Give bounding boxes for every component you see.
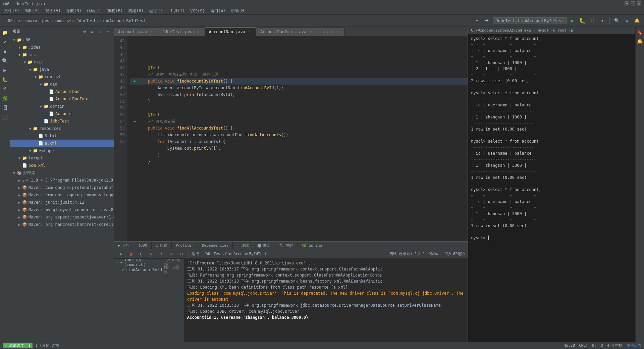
run-icon-side[interactable]: ▶ [1,66,9,74]
coverage-button[interactable]: 🛡 [588,16,597,25]
bottom-tab-todo[interactable]: TODO [134,242,152,249]
run-gutter-icon[interactable]: ▶ [134,78,136,85]
bottom-tab-breakpoints[interactable]: ⬤ 断点 [253,242,275,249]
commit-icon[interactable]: ✔ [1,38,9,46]
filter-btn[interactable]: ▽ [147,250,156,258]
maven-icon[interactable]: M [1,85,9,93]
stop-btn[interactable]: ■ [127,250,136,258]
tab-close-accountdaoimpl[interactable]: × [308,30,313,34]
tree-item-3[interactable]: ▼📁main [10,58,114,66]
spring-icon[interactable]: 🌿 [1,94,9,103]
menu-build[interactable]: 构建(B) [125,7,146,15]
collapse-btn2[interactable]: ⊟ [177,250,186,258]
menu-help[interactable]: 帮助(H) [228,7,249,15]
bookmark-icon[interactable]: 🔖 [636,28,644,37]
settings-button[interactable]: ⚙ [623,16,631,25]
run-config-name[interactable]: JdbcTest.findAccountByIdTest [493,17,567,24]
terminal-icon[interactable]: ⬛ [1,113,9,121]
run-gutter-icon[interactable]: ▶ [134,118,136,125]
tree-item-5[interactable]: ▼📁com.gzh [10,73,114,81]
breadcrumb-src[interactable]: src [16,18,24,23]
panel-scroll-btn[interactable]: ◎ [97,28,103,35]
close-button[interactable]: ✕ [637,1,641,6]
tree-item-11[interactable]: 📄JdbcTest [10,117,114,125]
tab-account-java[interactable]: Account.java × [114,27,158,36]
breadcrumb-gzh[interactable]: gzh [65,18,73,23]
tree-item-7[interactable]: 📄AccountDao [10,88,114,95]
tab-close-axml[interactable]: × [335,30,340,34]
breadcrumb-method[interactable]: findAccountByIdTest [100,18,146,23]
tree-item-13[interactable]: 📄6.txt [10,132,114,140]
tab-axml[interactable]: a.xml × [317,27,344,36]
breadcrumb-jdbctest[interactable]: JdbcTest [76,18,96,23]
breadcrumb-com[interactable]: com [54,18,62,23]
menu-file[interactable]: 文件(F) [1,7,22,15]
database-icon[interactable]: 🗄 [1,103,9,112]
menu-edit[interactable]: 编辑(E) [22,7,43,15]
breadcrumb-java[interactable]: java [41,18,51,23]
tab-close-accountdao[interactable]: × [247,30,252,34]
tree-item-10[interactable]: 📄Account [10,110,114,117]
sort-btn[interactable]: ↕ [157,250,166,258]
panel-collapse-btn[interactable]: — [104,28,111,35]
project-icon[interactable]: 📁 [1,28,9,37]
tree-item-0[interactable]: ▼📁c06 [10,36,114,44]
bottom-tab-terminal[interactable]: ▢ 终端 [233,242,253,249]
bottom-tab-run[interactable]: ▶ 运行 [114,242,134,249]
code-area[interactable]: @Test // 查询 根据id进行查询 单条记录▶ public void f… [127,36,468,241]
tree-item-25[interactable]: ▶📦Maven: org.hamcrest:hamcrest-core:1.3 [10,221,114,228]
toolbar-forward-btn[interactable]: ⮕ [483,16,491,25]
bottom-tab-problems[interactable]: ⚠ 问题 [152,242,172,249]
notification-icon[interactable]: 🔔 [636,37,644,46]
tree-item-4[interactable]: ▼📁java [10,66,114,73]
structure-icon[interactable]: ≡ [1,47,9,56]
tree-item-21[interactable]: ▶📦Maven: commons-logging:commons-logging… [10,191,114,199]
tree-item-24[interactable]: ▶📦Maven: org.aspectj:aspectjweaver:1.8.7 [10,213,114,221]
tree-item-12[interactable]: ▼📁resources [10,125,114,132]
run-button[interactable]: ▶ [568,16,577,25]
panel-gear-btn[interactable]: ⚙ [81,28,88,35]
tree-item-8[interactable]: 📄AccountDaoImpl [10,95,114,103]
test-item-findaccount[interactable]: ✔ findAccountByld 1秒 62毫秒 [114,266,184,273]
tree-item-22[interactable]: ▶📦Maven: junit:junit:4.12 [10,199,114,206]
breadcrumb-main[interactable]: main [28,18,37,23]
tree-item-6[interactable]: ▼📁dao [10,81,114,88]
tree-item-20[interactable]: ▶📦Maven: com.google.protobuf:protobuf-ja… [10,184,114,191]
menu-refactor[interactable]: 重构(R) [105,7,125,15]
search-icon[interactable]: 🔍 [1,56,9,65]
tree-item-19[interactable]: ▶☕< 1.8 > C:\Program Files\Java\jdk1.8.0… [10,177,114,184]
tree-item-23[interactable]: ▶📦Maven: mysql:mysql-connector-java:8.0.… [10,206,114,213]
more-run-btn[interactable]: ▾ [598,16,607,25]
tree-item-1[interactable]: ▼📁.idea [10,44,114,51]
debug-icon-side[interactable]: 🐛 [1,75,9,84]
bottom-tab-dependencies[interactable]: Dependencies [198,242,233,249]
menu-vcs[interactable]: VCS(S) [187,7,207,15]
terminal-content[interactable]: mysql> select * from account;+----+-----… [468,34,635,342]
menu-tools[interactable]: 工具(T) [167,7,188,15]
debug-button[interactable]: 🐛 [578,16,587,25]
minimize-button[interactable]: ─ [625,1,629,6]
menu-code[interactable]: 代码(C) [84,7,105,15]
menu-view[interactable]: 视图(V) [43,7,63,15]
tree-item-18[interactable]: ▼📚外部库 [10,169,114,177]
tree-item-9[interactable]: ▼📁domain [10,103,114,110]
tab-close-account[interactable]: × [149,30,154,34]
panel-layout-btn[interactable]: ≡ [89,28,96,35]
menu-navigate[interactable]: 导航(N) [63,7,84,15]
bottom-tab-profiler[interactable]: Profiler [172,242,198,249]
event-log[interactable]: 事件日志 [627,343,641,348]
tab-accountdao-java[interactable]: AccountDao.java × [205,27,256,36]
tab-jdbctest-java[interactable]: JdbcTest.java × [158,27,205,36]
tree-item-15[interactable]: ▼📁webapp [10,147,114,154]
tree-item-14[interactable]: 📄a.xml [10,140,114,147]
tab-close-jdbctest[interactable]: × [196,30,201,34]
bottom-tab-build[interactable]: 🔨 构建 [275,242,298,249]
menu-window[interactable]: 窗口(W) [208,7,228,15]
search-button[interactable]: 🔍 [612,16,621,25]
rerun2-btn[interactable]: ↻ [137,250,146,258]
breadcrumb-c06[interactable]: c06 [5,18,13,23]
tree-item-2[interactable]: ▼📁src [10,51,114,58]
rerun-btn[interactable]: ▶ [117,250,125,258]
tree-item-16[interactable]: ▼📁target [10,154,114,162]
expand-btn[interactable]: ⊞ [167,250,176,258]
